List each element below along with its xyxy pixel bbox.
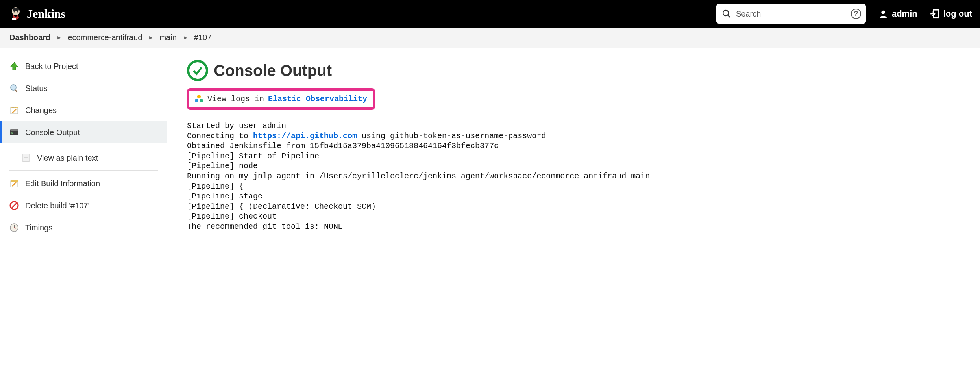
sidebar-item-label: Changes xyxy=(25,106,57,115)
user-label: admin xyxy=(892,9,917,19)
sidebar: Back to Project Status Changes >_ Consol… xyxy=(0,48,167,239)
console-line: [Pipeline] node xyxy=(187,161,258,170)
console-line: The recommended git tool is: NONE xyxy=(187,222,343,231)
sidebar-item-delete[interactable]: Delete build '#107' xyxy=(0,195,167,217)
breadcrumb-item[interactable]: ecommerce-antifraud xyxy=(68,33,142,42)
document-icon xyxy=(20,152,31,163)
notepad-icon xyxy=(9,105,20,116)
svg-marker-10 xyxy=(10,62,18,70)
terminal-icon: >_ xyxy=(9,127,20,138)
page-heading: Console Output xyxy=(187,60,972,81)
sidebar-item-console[interactable]: >_ Console Output xyxy=(0,121,167,143)
console-line: Running on my-jnlp-agent in /Users/cyril… xyxy=(187,172,650,181)
chevron-right-icon: ▶ xyxy=(184,35,187,40)
sidebar-item-timings[interactable]: Timings xyxy=(0,217,167,239)
clock-icon xyxy=(9,222,20,233)
sidebar-item-plaintext[interactable]: View as plain text xyxy=(0,147,167,169)
svg-point-11 xyxy=(11,85,16,90)
search-box[interactable]: ? xyxy=(716,4,866,24)
user-icon xyxy=(878,8,889,19)
svg-rect-14 xyxy=(11,107,18,108)
sidebar-item-label: Edit Build Information xyxy=(25,179,100,188)
chevron-right-icon: ▶ xyxy=(149,35,152,40)
console-line: Connecting to xyxy=(187,132,253,141)
sidebar-item-changes[interactable]: Changes xyxy=(0,99,167,121)
sidebar-item-back[interactable]: Back to Project xyxy=(0,55,167,77)
console-output: Started by user admin Connecting to http… xyxy=(187,121,972,232)
chevron-right-icon: ▶ xyxy=(57,35,61,40)
elastic-icon xyxy=(195,95,203,104)
breadcrumb: Dashboard ▶ ecommerce-antifraud ▶ main ▶… xyxy=(0,28,980,48)
magnifier-icon xyxy=(9,83,20,94)
console-line: [Pipeline] Start of Pipeline xyxy=(187,152,319,161)
sidebar-item-label: Delete build '#107' xyxy=(25,201,89,210)
jenkins-mascot-icon xyxy=(8,6,24,22)
breadcrumb-item[interactable]: #107 xyxy=(194,33,212,42)
svg-point-3 xyxy=(17,11,18,12)
console-line: [Pipeline] stage xyxy=(187,192,263,201)
svg-rect-27 xyxy=(11,180,18,182)
console-link[interactable]: https://api.github.com xyxy=(253,132,357,141)
breadcrumb-item[interactable]: main xyxy=(159,33,176,42)
no-entry-icon xyxy=(9,200,20,211)
svg-rect-4 xyxy=(12,18,16,20)
console-line: using github-token-as-username-password xyxy=(357,132,546,141)
success-check-icon xyxy=(187,60,208,81)
brand-name: Jenkins xyxy=(27,7,65,20)
elastic-link[interactable]: Elastic Observability xyxy=(268,94,367,104)
svg-rect-22 xyxy=(23,154,29,162)
svg-rect-1 xyxy=(13,8,19,11)
svg-rect-20 xyxy=(10,129,18,131)
sidebar-item-status[interactable]: Status xyxy=(0,77,167,99)
svg-point-5 xyxy=(723,10,729,16)
user-menu[interactable]: admin xyxy=(878,8,917,19)
svg-text:>_: >_ xyxy=(11,131,16,135)
sidebar-item-label: Console Output xyxy=(25,128,80,137)
console-line: [Pipeline] { (Declarative: Checkout SCM) xyxy=(187,202,376,211)
logout-icon xyxy=(929,8,940,19)
sidebar-item-label: Timings xyxy=(25,223,52,232)
svg-point-7 xyxy=(881,11,885,14)
breadcrumb-item[interactable]: Dashboard xyxy=(9,33,50,42)
sidebar-item-label: Status xyxy=(25,84,48,93)
svg-rect-12 xyxy=(15,89,18,93)
elastic-logs-banner: View logs in Elastic Observability xyxy=(187,88,375,110)
search-icon xyxy=(721,8,732,19)
sidebar-item-edit[interactable]: Edit Build Information xyxy=(0,172,167,195)
logout-button[interactable]: log out xyxy=(929,8,972,19)
page-title: Console Output xyxy=(214,62,332,80)
search-input[interactable] xyxy=(736,9,847,19)
svg-point-2 xyxy=(13,11,15,12)
notepad-edit-icon xyxy=(9,178,20,189)
console-line: Started by user admin xyxy=(187,121,286,130)
help-icon[interactable]: ? xyxy=(851,9,861,19)
jenkins-logo[interactable]: Jenkins xyxy=(8,6,65,22)
sidebar-item-label: Back to Project xyxy=(25,62,78,71)
banner-text: View logs in xyxy=(207,94,264,104)
main-content: Console Output View logs in Elastic Obse… xyxy=(167,48,980,239)
console-line: [Pipeline] { xyxy=(187,182,244,191)
sidebar-item-label: View as plain text xyxy=(37,154,98,163)
console-line: [Pipeline] checkout xyxy=(187,212,277,221)
arrow-up-icon xyxy=(9,61,20,72)
console-line: Obtained Jenkinsfile from 15fb4d15a379ba… xyxy=(187,141,499,150)
svg-line-6 xyxy=(728,15,730,17)
logout-label: log out xyxy=(943,9,972,19)
top-header: Jenkins ? admin log out xyxy=(0,0,980,28)
